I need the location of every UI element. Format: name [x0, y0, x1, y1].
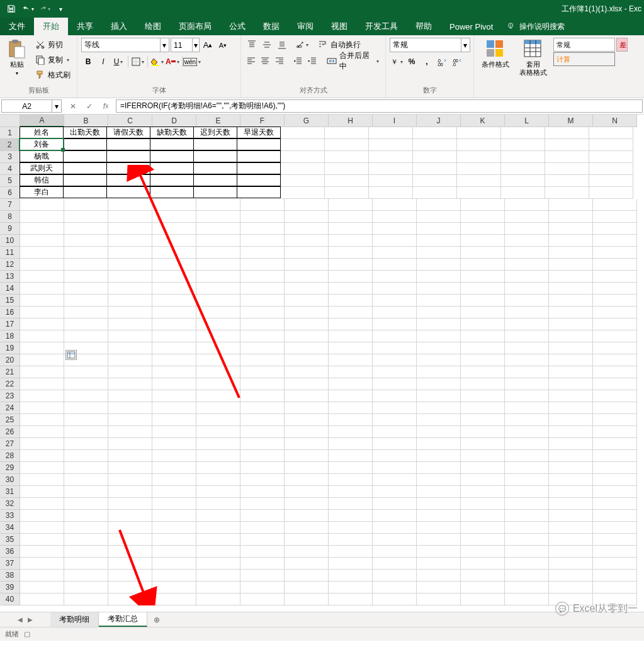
cell-H29[interactable] — [329, 462, 373, 474]
cell-H24[interactable] — [329, 402, 373, 414]
cell-J31[interactable] — [417, 486, 461, 498]
cell-M2[interactable] — [545, 139, 589, 151]
cell-N1[interactable] — [589, 127, 633, 139]
cell-D9[interactable] — [152, 223, 196, 235]
cell-A28[interactable] — [20, 450, 64, 462]
cell-F23[interactable] — [240, 390, 285, 402]
cell-F40[interactable] — [240, 594, 285, 605]
cell-J22[interactable] — [417, 378, 461, 390]
cell-J7[interactable] — [417, 199, 461, 211]
cell-M29[interactable] — [549, 462, 593, 474]
cancel-formula-button[interactable]: ✕ — [65, 99, 81, 113]
row-header-24[interactable]: 24 — [0, 402, 20, 414]
row-header-22[interactable]: 22 — [0, 378, 20, 390]
cell-L32[interactable] — [505, 498, 549, 510]
cell-G27[interactable] — [285, 438, 329, 450]
cell-G21[interactable] — [285, 366, 329, 378]
cell-A31[interactable] — [20, 486, 64, 498]
cell-M39[interactable] — [549, 582, 593, 594]
cell-A39[interactable] — [20, 582, 64, 594]
row-header-21[interactable]: 21 — [0, 366, 20, 378]
cell-M26[interactable] — [549, 426, 593, 438]
sheet-tab-detail[interactable]: 考勤明细 — [50, 612, 99, 627]
cell-D21[interactable] — [152, 366, 196, 378]
cell-I11[interactable] — [373, 247, 417, 259]
cell-G25[interactable] — [285, 414, 329, 426]
col-header-B[interactable]: B — [64, 115, 108, 127]
cell-B31[interactable] — [64, 486, 108, 498]
cell-N34[interactable] — [593, 522, 637, 534]
cell-C1[interactable]: 请假天数 — [106, 127, 150, 138]
cell-J6[interactable] — [413, 187, 457, 199]
cell-G7[interactable] — [285, 199, 329, 211]
cell-D24[interactable] — [152, 402, 196, 414]
row-header-16[interactable]: 16 — [0, 307, 20, 318]
cell-E2[interactable] — [193, 138, 237, 150]
cell-J8[interactable] — [417, 211, 461, 223]
cell-C32[interactable] — [108, 498, 152, 510]
cell-F26[interactable] — [240, 426, 285, 438]
cell-N25[interactable] — [593, 414, 637, 426]
cell-H13[interactable] — [329, 271, 373, 283]
cell-I4[interactable] — [369, 163, 413, 175]
cell-M27[interactable] — [549, 438, 593, 450]
row-header-14[interactable]: 14 — [0, 283, 20, 295]
cell-H21[interactable] — [329, 366, 373, 378]
col-header-K[interactable]: K — [461, 115, 505, 127]
cell-F19[interactable] — [240, 342, 285, 354]
cell-K20[interactable] — [461, 354, 505, 366]
paste-button[interactable]: 粘贴▾ — [4, 38, 30, 78]
align-center-button[interactable] — [259, 54, 271, 68]
cell-N9[interactable] — [593, 223, 637, 235]
tell-me-search[interactable]: 操作说明搜索 — [507, 18, 565, 35]
cell-A9[interactable] — [20, 223, 64, 235]
cell-F15[interactable] — [240, 295, 285, 307]
cell-I18[interactable] — [373, 330, 417, 342]
cell-E28[interactable] — [196, 450, 240, 462]
col-header-L[interactable]: L — [505, 115, 549, 127]
cell-K21[interactable] — [461, 366, 505, 378]
cell-H30[interactable] — [329, 474, 373, 486]
cell-F3[interactable] — [237, 150, 281, 162]
cell-E13[interactable] — [196, 271, 240, 283]
cell-C40[interactable] — [108, 594, 152, 605]
cell-L38[interactable] — [505, 570, 549, 582]
cell-L7[interactable] — [505, 199, 549, 211]
cell-H38[interactable] — [329, 570, 373, 582]
cell-A12[interactable] — [20, 259, 64, 271]
qat-customize-button[interactable]: ▾ — [53, 2, 68, 16]
format-painter-button[interactable]: 格式刷 — [33, 68, 73, 82]
cell-C37[interactable] — [108, 558, 152, 570]
italic-button[interactable]: I — [96, 55, 110, 69]
cell-M19[interactable] — [549, 342, 593, 354]
font-color-button[interactable]: A — [166, 55, 179, 69]
cell-A27[interactable] — [20, 438, 64, 450]
cell-H39[interactable] — [329, 582, 373, 594]
cell-F39[interactable] — [240, 582, 285, 594]
cell-F31[interactable] — [240, 486, 285, 498]
font-size-combo[interactable]: ▾ — [171, 38, 200, 52]
cell-M33[interactable] — [549, 510, 593, 522]
cell-A34[interactable] — [20, 522, 64, 534]
cell-J39[interactable] — [417, 582, 461, 594]
cell-D4[interactable] — [150, 162, 194, 174]
formula-input[interactable] — [116, 99, 643, 113]
row-header-29[interactable]: 29 — [0, 462, 20, 474]
cell-D14[interactable] — [152, 283, 196, 295]
cell-A1[interactable]: 姓名 — [20, 127, 64, 138]
cell-J9[interactable] — [417, 223, 461, 235]
cell-A2[interactable]: 刘备 — [20, 138, 64, 150]
cell-L2[interactable] — [501, 139, 545, 151]
cut-button[interactable]: 剪切 — [33, 38, 73, 52]
cell-I31[interactable] — [373, 486, 417, 498]
cell-N28[interactable] — [593, 450, 637, 462]
cell-C25[interactable] — [108, 414, 152, 426]
cell-G19[interactable] — [285, 342, 329, 354]
cell-F37[interactable] — [240, 558, 285, 570]
cell-M9[interactable] — [549, 223, 593, 235]
cell-G23[interactable] — [285, 390, 329, 402]
cell-E8[interactable] — [196, 211, 240, 223]
cell-F18[interactable] — [240, 330, 285, 342]
conditional-formatting-button[interactable]: 条件格式 — [478, 38, 513, 70]
decrease-indent-button[interactable] — [291, 54, 304, 68]
